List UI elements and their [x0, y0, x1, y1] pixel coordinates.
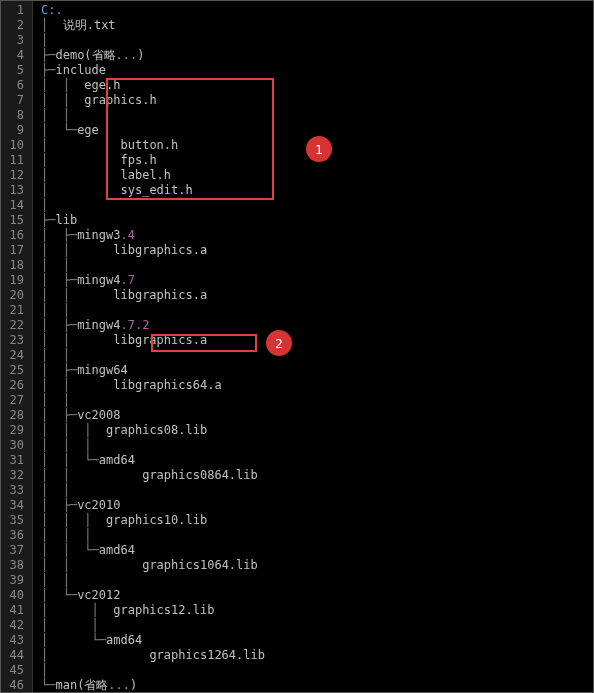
line-number: 13 — [5, 183, 24, 198]
code-line[interactable]: │ ├─vc2008 — [41, 408, 593, 423]
close-paren: ) — [130, 678, 137, 692]
code-line[interactable]: │ — [41, 198, 593, 213]
code-line[interactable]: │ ├─mingw4.7 — [41, 273, 593, 288]
line-number: 33 — [5, 483, 24, 498]
tree-node-text: graphics1064.lib — [142, 558, 258, 572]
code-line[interactable]: │ label.h — [41, 168, 593, 183]
line-number: 46 — [5, 678, 24, 693]
code-line[interactable]: │ │ ege.h — [41, 78, 593, 93]
tree-pipe: │ ├─ — [41, 498, 77, 512]
line-number: 23 — [5, 333, 24, 348]
tree-pipe: │ │ — [41, 378, 113, 392]
code-line[interactable]: │ sys_edit.h — [41, 183, 593, 198]
line-number: 14 — [5, 198, 24, 213]
code-line[interactable]: │ │ libgraphics64.a — [41, 378, 593, 393]
line-number: 27 — [5, 393, 24, 408]
code-line[interactable]: │ │ libgraphics.a — [41, 243, 593, 258]
code-line[interactable]: │ │ libgraphics.a — [41, 288, 593, 303]
code-line[interactable]: │ ├─mingw4.7.2 — [41, 318, 593, 333]
tree-node-text: libgraphics.a — [113, 288, 207, 302]
code-line[interactable]: │ ├─mingw3.4 — [41, 228, 593, 243]
code-line[interactable]: │ │ └─amd64 — [41, 543, 593, 558]
close-paren: ) — [137, 48, 144, 62]
tree-node-text: amd64 — [99, 543, 135, 557]
code-line[interactable]: │ │ — [41, 483, 593, 498]
tree-node-text: amd64 — [99, 453, 135, 467]
line-number: 9 — [5, 123, 24, 138]
line-number: 1 — [5, 3, 24, 18]
tree-node-text: graphics12.lib — [113, 603, 214, 617]
tree-node-text: C:. — [41, 3, 63, 17]
tree-pipe: │ — [41, 648, 149, 662]
line-number: 24 — [5, 348, 24, 363]
code-line[interactable]: ├─lib — [41, 213, 593, 228]
code-line[interactable]: ├─demo(省略...) — [41, 48, 593, 63]
code-line[interactable]: │ │ — [41, 258, 593, 273]
line-number: 17 — [5, 243, 24, 258]
line-number: 38 — [5, 558, 24, 573]
tree-pipe: └─ — [41, 678, 55, 692]
code-line[interactable]: └─man(省略...) — [41, 678, 593, 693]
code-line[interactable]: │ ├─mingw64 — [41, 363, 593, 378]
tree-pipe: │ │ — [41, 78, 84, 92]
code-line[interactable]: │ │ │ — [41, 528, 593, 543]
tree-pipe: │ │ │ — [41, 513, 106, 527]
tree-pipe: │ ├─ — [41, 363, 77, 377]
tree-pipe: │ — [41, 183, 120, 197]
tree-pipe: │ ├─ — [41, 318, 77, 332]
code-line[interactable]: │ button.h — [41, 138, 593, 153]
code-line[interactable]: ├─include — [41, 63, 593, 78]
line-number: 30 — [5, 438, 24, 453]
code-line[interactable]: │ │ libgraphics.a — [41, 333, 593, 348]
code-line[interactable]: │ │ — [41, 108, 593, 123]
code-line[interactable]: │ │ — [41, 573, 593, 588]
code-line[interactable]: │ fps.h — [41, 153, 593, 168]
code-line[interactable]: │ │ — [41, 618, 593, 633]
tree-node-text: ege — [77, 123, 99, 137]
tree-node-suffix: .4 — [120, 228, 134, 242]
tree-pipe: │ │ │ — [41, 423, 106, 437]
code-area[interactable]: 1 2 C:.│ 说明.txt│├─demo(省略...)├─include│ … — [33, 1, 593, 692]
line-number: 15 — [5, 213, 24, 228]
line-number: 35 — [5, 513, 24, 528]
code-line[interactable]: │ │ graphics12.lib — [41, 603, 593, 618]
code-line[interactable]: │ — [41, 33, 593, 48]
tree-pipe: │ └─ — [41, 588, 77, 602]
code-line[interactable]: │ │ │ graphics08.lib — [41, 423, 593, 438]
code-line[interactable]: │ └─ege — [41, 123, 593, 138]
code-line[interactable]: │ 说明.txt — [41, 18, 593, 33]
tree-pipe: ├─ — [41, 48, 55, 62]
code-line[interactable]: │ │ └─amd64 — [41, 453, 593, 468]
code-line[interactable]: │ │ — [41, 393, 593, 408]
tree-node-text: 说明.txt — [63, 18, 116, 32]
code-line[interactable]: │ ├─vc2010 — [41, 498, 593, 513]
line-number: 31 — [5, 453, 24, 468]
line-number: 22 — [5, 318, 24, 333]
tree-node-text: button.h — [120, 138, 178, 152]
code-line[interactable]: │ — [41, 663, 593, 678]
tree-pipe: │ — [41, 168, 120, 182]
tree-pipe: │ │ — [41, 393, 70, 407]
line-number: 45 — [5, 663, 24, 678]
code-line[interactable]: │ graphics1264.lib — [41, 648, 593, 663]
code-line[interactable]: │ │ graphics.h — [41, 93, 593, 108]
line-number: 19 — [5, 273, 24, 288]
tree-node-text: mingw4 — [77, 318, 120, 332]
tree-pipe: │ │ — [41, 288, 113, 302]
tree-pipe: │ — [41, 138, 120, 152]
tree-pipe: │ — [41, 198, 48, 212]
tree-pipe: │ └─ — [41, 123, 77, 137]
tree-node-text: fps.h — [120, 153, 156, 167]
line-number: 10 — [5, 138, 24, 153]
code-line[interactable]: │ │ │ graphics10.lib — [41, 513, 593, 528]
code-line[interactable]: │ │ graphics0864.lib — [41, 468, 593, 483]
code-line[interactable]: │ └─amd64 — [41, 633, 593, 648]
code-line[interactable]: C:. — [41, 3, 593, 18]
code-line[interactable]: │ │ graphics1064.lib — [41, 558, 593, 573]
tree-pipe: ├─ — [41, 63, 55, 77]
code-line[interactable]: │ │ — [41, 303, 593, 318]
code-line[interactable]: │ │ │ — [41, 438, 593, 453]
tree-node-text: man(省略 — [55, 678, 108, 692]
code-line[interactable]: │ │ — [41, 348, 593, 363]
code-line[interactable]: │ └─vc2012 — [41, 588, 593, 603]
